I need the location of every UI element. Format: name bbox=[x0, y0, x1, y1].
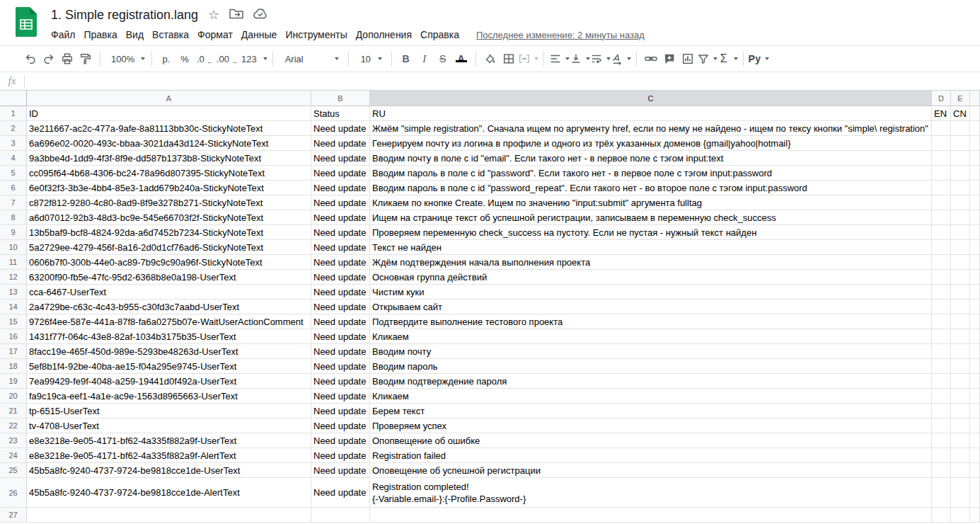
cell-id[interactable]: 3e211667-ac2c-477a-9afe-8a81113bb30c-Sti… bbox=[27, 121, 311, 136]
cell-status[interactable]: Need update bbox=[311, 463, 370, 478]
cell-id[interactable]: cca-6467-UserText bbox=[27, 285, 311, 300]
insert-link-button[interactable] bbox=[642, 50, 660, 68]
cell-status[interactable]: Need update bbox=[311, 433, 370, 448]
menu-tools[interactable]: Инструменты bbox=[281, 28, 351, 42]
row-number[interactable]: 8 bbox=[0, 210, 27, 225]
cell-cn[interactable] bbox=[951, 255, 970, 270]
redo-button[interactable] bbox=[40, 50, 58, 68]
cell-ru[interactable]: Registration completed! {-Variable.email… bbox=[370, 478, 932, 508]
cell-status[interactable]: Need update bbox=[311, 225, 370, 240]
cell-status[interactable]: Need update bbox=[311, 329, 370, 344]
cell-id[interactable]: 7ea99429-fe9f-4048-a259-19441d0f492a-Use… bbox=[27, 374, 311, 389]
row-number[interactable]: 13 bbox=[0, 285, 27, 300]
column-header-f-partial[interactable] bbox=[970, 91, 980, 106]
row-number[interactable]: 26 bbox=[0, 478, 27, 508]
cell-status[interactable]: Need update bbox=[311, 418, 370, 433]
row-number[interactable]: 23 bbox=[0, 433, 27, 448]
cell-cn[interactable] bbox=[951, 121, 970, 136]
cell-extra[interactable] bbox=[970, 508, 980, 523]
cell-id[interactable]: 63200f90-fb5e-47fc-95d2-6368b8e0a198-Use… bbox=[27, 270, 311, 285]
cell-en[interactable] bbox=[932, 285, 951, 300]
cell-ru[interactable]: Проверяем успех bbox=[370, 418, 932, 433]
cell-id[interactable]: 5ef8b1f4-92be-40ba-ae15-f04a295e9745-Use… bbox=[27, 359, 311, 374]
cell-ru[interactable]: Ждём подтверждения начала выполнения про… bbox=[370, 255, 932, 270]
row-number[interactable]: 9 bbox=[0, 225, 27, 240]
cell-extra[interactable] bbox=[970, 463, 980, 478]
fill-color-button[interactable] bbox=[481, 50, 500, 68]
cell-en[interactable] bbox=[932, 374, 951, 389]
cell-en[interactable] bbox=[932, 448, 951, 463]
row-number[interactable]: 20 bbox=[0, 389, 27, 404]
cell-extra[interactable] bbox=[970, 448, 980, 463]
sheets-logo-icon[interactable] bbox=[16, 7, 37, 37]
row-number[interactable]: 14 bbox=[0, 300, 27, 314]
cell-extra[interactable] bbox=[970, 151, 980, 166]
cell-en[interactable] bbox=[932, 270, 951, 285]
document-title[interactable]: 1. Simple registration.lang bbox=[51, 6, 198, 23]
cell-extra[interactable] bbox=[970, 255, 980, 270]
cell-en[interactable] bbox=[932, 418, 951, 433]
cell-id[interactable]: tp-6515-UserText bbox=[27, 404, 311, 418]
print-button[interactable] bbox=[58, 50, 76, 68]
cell-id[interactable]: c872f812-9280-4c80-8ad9-8f9e3278b271-Sti… bbox=[27, 195, 311, 210]
cell-status[interactable]: Need update bbox=[311, 240, 370, 255]
cell-extra[interactable] bbox=[970, 433, 980, 448]
cell-cn[interactable] bbox=[951, 329, 970, 344]
cell-status[interactable]: Need update bbox=[311, 344, 370, 359]
cell-ru[interactable]: Открываем сайт bbox=[370, 300, 932, 314]
cell-ru[interactable] bbox=[370, 508, 932, 523]
cell-ru[interactable]: Подтвердите выполнение тестового проекта bbox=[370, 314, 932, 329]
cell-id[interactable]: 45b5a8fc-9240-4737-9724-be9818cce1de-Ale… bbox=[27, 478, 311, 508]
star-icon[interactable]: ☆ bbox=[208, 8, 219, 21]
cell-ru[interactable]: Генерируем почту из логина в профиле и о… bbox=[370, 136, 932, 151]
input-tools-button[interactable]: Ру bbox=[749, 50, 769, 68]
cell-cn[interactable] bbox=[951, 314, 970, 329]
cell-id[interactable] bbox=[27, 508, 311, 523]
cell-extra[interactable] bbox=[970, 418, 980, 433]
decrease-decimal-button[interactable]: .0← bbox=[194, 50, 214, 68]
cell-ru[interactable]: Жмём "simple registration". Сначала ищем… bbox=[370, 121, 932, 136]
cell-en[interactable] bbox=[932, 314, 951, 329]
cell-id[interactable]: a6d07012-92b3-48d3-bc9e-545e66703f2f-Sti… bbox=[27, 210, 311, 225]
cell-status[interactable]: Need update bbox=[311, 195, 370, 210]
formula-input[interactable] bbox=[25, 72, 980, 90]
cell-status[interactable]: Need update bbox=[311, 389, 370, 404]
row-number[interactable]: 18 bbox=[0, 359, 27, 374]
row-number[interactable]: 24 bbox=[0, 448, 27, 463]
row-number[interactable]: 22 bbox=[0, 418, 27, 433]
cell-status[interactable]: Need update bbox=[311, 285, 370, 300]
cell-extra[interactable] bbox=[970, 389, 980, 404]
row-number[interactable]: 27 bbox=[0, 508, 27, 523]
text-rotation-button[interactable] bbox=[611, 50, 631, 68]
cell-status[interactable]: Need update bbox=[311, 166, 370, 181]
row-number[interactable]: 12 bbox=[0, 270, 27, 285]
cell-status[interactable]: Need update bbox=[311, 136, 370, 151]
cell-en[interactable] bbox=[932, 240, 951, 255]
cell-status[interactable]: Need update bbox=[311, 404, 370, 418]
last-edit-link[interactable]: Последнее изменение: 2 минуты назад bbox=[476, 30, 645, 40]
cell-ru[interactable]: Ищем на странице текст об успешной регис… bbox=[370, 210, 932, 225]
cell-ru[interactable]: Вводим пароль в поле с id "password". Ес… bbox=[370, 166, 932, 181]
cell-cn[interactable] bbox=[951, 389, 970, 404]
cell-en[interactable] bbox=[932, 136, 951, 151]
cell-cn[interactable] bbox=[951, 136, 970, 151]
cell-ru[interactable]: Основная группа действий bbox=[370, 270, 932, 285]
cell-ru[interactable]: Текст не найден bbox=[370, 240, 932, 255]
cell-ru[interactable]: Registration failed bbox=[370, 448, 932, 463]
row-number[interactable]: 7 bbox=[0, 195, 27, 210]
cell-en[interactable] bbox=[932, 404, 951, 418]
cell-en[interactable] bbox=[932, 359, 951, 374]
cell-id[interactable]: 45b5a8fc-9240-4737-9724-be9818cce1de-Use… bbox=[27, 463, 311, 478]
cell-status[interactable]: Need update bbox=[311, 255, 370, 270]
insert-comment-button[interactable] bbox=[660, 50, 679, 68]
cell-status[interactable]: Need update bbox=[311, 181, 370, 195]
cell-extra[interactable] bbox=[970, 106, 980, 121]
row-number[interactable]: 21 bbox=[0, 404, 27, 418]
menu-edit[interactable]: Правка bbox=[79, 28, 121, 42]
cell-cn[interactable] bbox=[951, 344, 970, 359]
column-header-b[interactable]: B bbox=[311, 91, 370, 106]
cell-cn[interactable] bbox=[951, 508, 970, 523]
percent-format-button[interactable]: % bbox=[175, 50, 194, 68]
menu-format[interactable]: Формат bbox=[193, 28, 237, 42]
cell-en[interactable] bbox=[932, 195, 951, 210]
